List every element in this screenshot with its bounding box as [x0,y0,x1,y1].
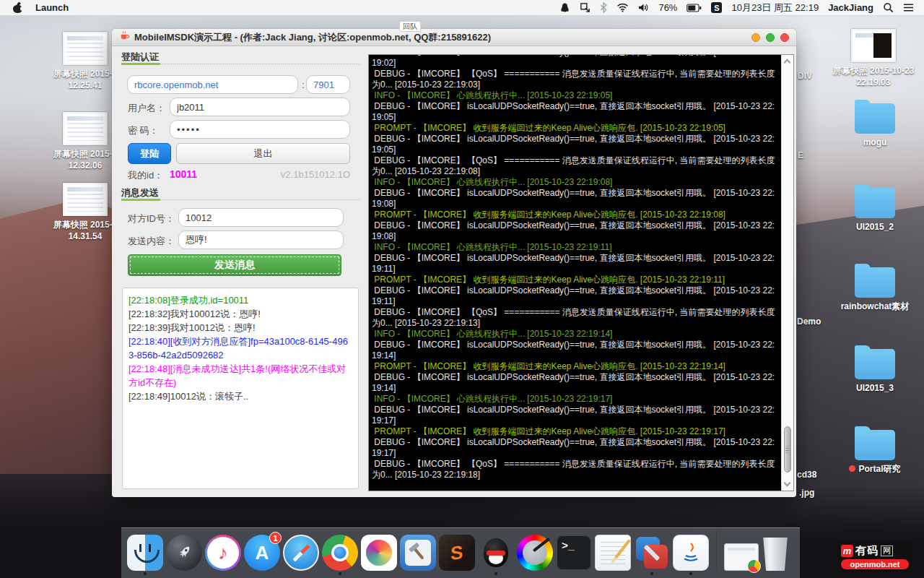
finder-icon [127,535,163,571]
dock-item-qq[interactable] [478,535,514,576]
menu-bar-user[interactable]: JackJiang [828,2,873,13]
dock-item-sublime-cube[interactable] [439,535,475,576]
java-cup-icon [119,30,130,44]
dock-item-textedit[interactable] [595,535,631,576]
username-input[interactable] [170,98,350,116]
dock-item-vmware-fusion[interactable] [634,535,670,576]
wifi-icon[interactable] [616,3,629,12]
dock-item-color-meter[interactable] [517,535,553,576]
sublime-cube-icon [439,535,475,571]
color-meter-icon [517,535,553,571]
message-section-header: 消息发送 [121,186,359,199]
sogou-input-icon[interactable]: S [711,2,722,13]
red-tag-dot [849,465,855,472]
console-line-debug: DEBUG - 【IMCORE】 isLocalUDPSocketReady()… [372,253,778,275]
desktop-icon-label: mogu [828,137,922,148]
port-input[interactable] [306,75,350,94]
dock-item-safari[interactable] [283,535,319,576]
console-line-debug: DEBUG - 【IMCORE】 isLocalUDPSocketReady()… [372,101,778,123]
console-line-info: INFO - 【IMCORE】 心跳线程执行中... [2015-10-23 2… [372,242,778,253]
dock-item-launchpad[interactable] [166,535,202,576]
window-title-bar[interactable]: MobileIMSDK演示工程 - (作者:Jack Jiang, 讨论区:op… [112,29,796,46]
chat-log-line: [22:18:08]登录成功,id=10011 [128,293,352,307]
console-scrollbar[interactable] [781,55,793,491]
partial-desktop-label: .jpg [799,488,814,498]
desktop-icon-right-0[interactable]: 屏幕快照 2015-10-2322.19.03 [827,29,920,88]
dock-separator [716,531,717,570]
partial-desktop-label: DIV [798,71,812,81]
console-line-debug: DEBUG - 【IMCORE】 isLocalUDPSocketReady()… [372,220,778,242]
desktop-icon-label: Portal研究 [828,463,922,475]
login-button[interactable]: 登陆 [128,143,171,164]
watermark-m-logo: m [841,545,853,557]
console-line-debug: DEBUG - 【IMCORE】 【QoS】 =========== 消息发送质… [372,459,778,480]
screenshot-file-icon [63,112,108,145]
chat-log-line: [22:18:40][收到对方消息应答]fp=43a100c8-6145-496… [128,335,352,362]
console-line-info: INFO - 【IMCORE】 心跳线程执行中... [2015-10-23 2… [372,90,778,101]
console-line-prompt: PROMPT - 【IMCORE】 收到服务端回过来的Keep Alive心跳响… [372,123,778,134]
chat-log-line: [22:18:32]我对100012说：恩哼! [128,307,352,321]
desktop-icon-label: rainbowchat素材 [828,301,922,312]
password-input[interactable] [170,120,350,139]
menu-bar-clock[interactable]: 10月23日 周五 22:19 [731,1,819,14]
console-panel: DEBUG - 【IMCORE】 isLocalUDPSocketReady()… [368,54,794,491]
dock-item-minimized-window[interactable] [724,543,759,576]
minimize-button[interactable] [751,33,760,42]
watermark-domain: openmob.net [841,559,909,569]
bluetooth-icon[interactable] [600,2,607,13]
zoom-button[interactable] [766,33,775,42]
dock-item-java[interactable] [673,535,709,576]
peer-id-label: 对方ID号： [128,212,175,225]
scroll-up-arrow[interactable] [784,59,791,66]
dock-item-terminal[interactable] [556,535,592,576]
desktop-icon-right-1[interactable]: mogu [828,103,922,148]
server-port-colon: : [302,79,305,90]
send-message-button[interactable]: 发送消息 [128,254,341,276]
itunes-icon [205,535,241,571]
vmware-fusion-icon [634,535,670,571]
console-line-debug: DEBUG - 【IMCORE】 isLocalUDPSocketReady()… [372,405,778,426]
console-line-prompt: PROMPT - 【IMCORE】 收到服务端回过来的Keep Alive心跳响… [372,426,778,437]
active-app-menu[interactable]: Launch [35,2,69,13]
dock-item-app-store[interactable]: 1 [244,535,280,576]
chat-log-line: [22:18:49]10012说：滚犊子.. [128,389,352,403]
battery-icon[interactable] [687,4,702,12]
desktop-icon-right-5[interactable]: Portal研究 [828,430,922,475]
screenshot-file-icon [63,183,108,216]
desktop-icon-label: UI2015_2 [828,221,922,233]
qq-status-icon[interactable] [559,2,570,14]
scroll-down-arrow[interactable] [784,480,791,487]
login-section-title: 登陆认证 [121,51,159,62]
screenshot-file-icon [851,29,896,62]
dock-item-trash[interactable] [762,538,789,576]
content-input[interactable] [178,230,344,249]
peer-id-input[interactable] [178,208,344,227]
desktop-icon-right-3[interactable]: rainbowchat素材 [828,267,922,312]
content-label: 发送内容： [128,235,175,248]
volume-icon[interactable] [638,3,649,12]
partial-desktop-label: Demo [797,316,821,327]
desktop-icon-right-4[interactable]: UI2015_3 [828,349,922,394]
screenshot-file-icon [63,32,108,65]
spotlight-search-icon[interactable] [883,2,894,13]
server-input[interactable] [127,75,298,94]
capture-tool-icon[interactable] [580,2,590,13]
dock-item-photos[interactable] [361,535,397,576]
chrome-icon [322,535,358,571]
exit-button[interactable]: 退出 [176,143,350,164]
close-button[interactable] [780,33,789,42]
chat-log-line: [22:18:48][消息未成功送达]共1条!(网络状况不佳或对方id不存在) [128,362,352,389]
desktop-icon-right-2[interactable]: UI2015_2 [828,188,922,233]
dock-item-finder[interactable] [127,535,163,576]
notification-center-icon[interactable] [903,3,914,12]
console-line-prompt: PROMPT - 【IMCORE】 收到服务端回过来的Keep Alive心跳响… [372,210,778,220]
qq-icon [478,535,514,571]
console-line-info: INFO - 【IMCORE】 心跳线程执行中... [2015-10-23 2… [372,177,778,188]
apple-menu-icon[interactable] [13,3,22,13]
launchpad-icon [166,535,202,571]
dock-item-chrome[interactable] [322,535,358,576]
console-line-info: INFO - 【IMCORE】 心跳线程执行中... [2015-10-23 2… [372,329,778,340]
dock-item-xcode[interactable] [400,535,436,576]
scrollbar-thumb[interactable] [784,426,791,473]
dock-item-itunes[interactable] [205,535,241,576]
